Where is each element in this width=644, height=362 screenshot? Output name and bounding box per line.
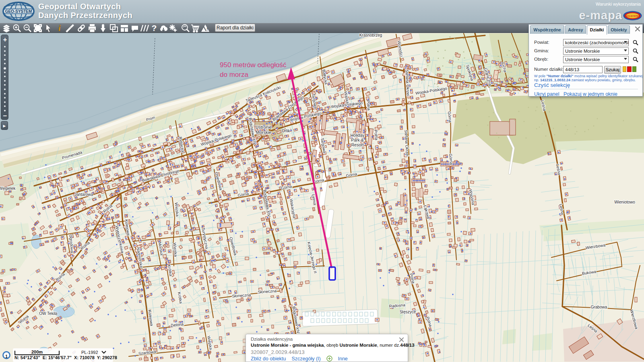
svg-text:GEO-SYSTEM: GEO-SYSTEM — [5, 9, 32, 14]
svg-text:Krasnobrzeg: Krasnobrzeg — [359, 33, 382, 37]
svg-text:Resort: Resort — [351, 142, 364, 147]
svg-text:!: ! — [206, 27, 208, 32]
svg-text:Stęszyce: Stęszyce — [400, 310, 416, 314]
svg-text:Orlik: Orlik — [282, 129, 291, 133]
svg-text:Polna: Polna — [374, 130, 379, 140]
svg-text:OW Tekila: OW Tekila — [39, 311, 58, 316]
svg-text:GEO-SYSTEM: GEO-SYSTEM — [624, 15, 640, 17]
svg-text:?: ? — [152, 23, 157, 33]
svg-text:Holiday: Holiday — [350, 133, 365, 138]
svg-text:Grabowa: Grabowa — [591, 305, 607, 309]
svg-text:Węgielek: Węgielek — [0, 186, 16, 191]
svg-text:Wieniotowo: Wieniotowo — [614, 200, 635, 204]
svg-text:i: i — [58, 24, 61, 33]
svg-text:Morskie: Morskie — [256, 130, 272, 135]
svg-text:Polna: Polna — [366, 100, 371, 111]
svg-text:950 metrów odległość: 950 metrów odległość — [220, 61, 287, 69]
svg-text:Jantarowa: Jantarowa — [74, 192, 93, 197]
svg-text:Ustronie: Ustronie — [256, 125, 272, 130]
svg-text:Park &: Park & — [351, 138, 364, 142]
svg-text:do morza: do morza — [220, 71, 248, 78]
